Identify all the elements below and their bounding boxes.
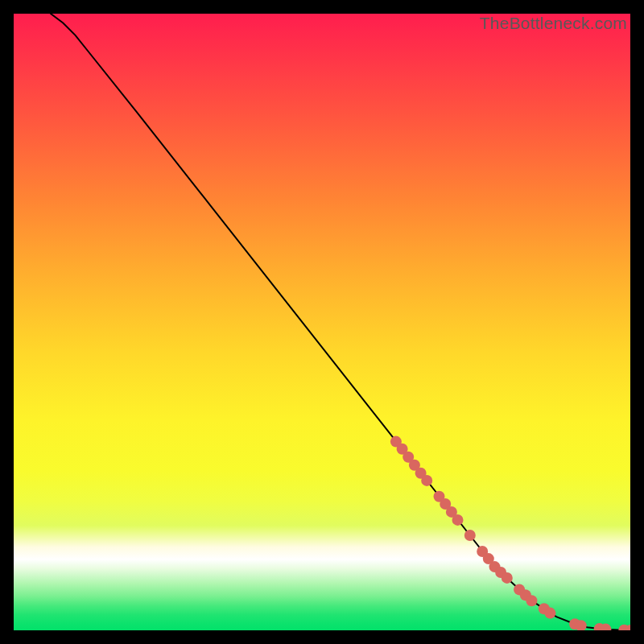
plot-area: TheBottleneck.com bbox=[14, 14, 630, 630]
watermark-text: TheBottleneck.com bbox=[480, 14, 627, 33]
gradient-background bbox=[14, 14, 630, 630]
